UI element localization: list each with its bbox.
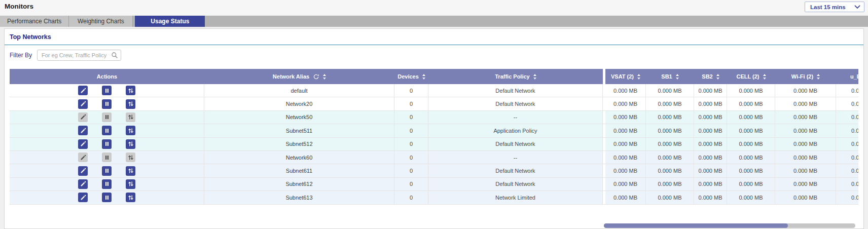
- actions-cell: [10, 97, 204, 110]
- reorder-button[interactable]: [126, 193, 135, 202]
- tab-bar: Performance ChartsWeighting ChartsUsage …: [0, 16, 868, 27]
- column-header-sb1[interactable]: SB1: [646, 69, 694, 84]
- reorder-button[interactable]: [126, 139, 135, 149]
- usage-scroll-region: 0.000 MB0.000 MB0.000 MB0.000 MB0.000 MB…: [605, 84, 858, 97]
- tab-performance-charts[interactable]: Performance Charts: [0, 16, 69, 27]
- usage-cell: 0.000 MB: [694, 191, 727, 204]
- table-body: default 0 Default Network 0.000 MB0.000 …: [10, 84, 858, 205]
- column-header-wi-fi-2-[interactable]: Wi-Fi (2): [775, 69, 836, 84]
- reorder-button[interactable]: [126, 86, 135, 95]
- pause-button[interactable]: [102, 179, 112, 189]
- refresh-icon[interactable]: [313, 73, 319, 80]
- sort-asc-icon: [817, 74, 820, 76]
- sort-asc-icon: [323, 74, 326, 76]
- traffic-policy-cell: --: [428, 151, 603, 164]
- reorder-button[interactable]: [126, 166, 135, 176]
- sort-desc-icon: [422, 78, 425, 80]
- pause-button[interactable]: [102, 86, 112, 95]
- reorder-button[interactable]: [126, 179, 135, 189]
- edit-button[interactable]: [78, 99, 88, 109]
- horizontal-scrollbar[interactable]: [604, 223, 855, 228]
- pause-button[interactable]: [102, 193, 112, 202]
- column-header-network-alias[interactable]: Network Alias: [204, 69, 394, 84]
- pause-button[interactable]: [102, 112, 112, 122]
- devices-cell: 0: [394, 138, 428, 150]
- actions-cell: [10, 111, 204, 124]
- sort-control[interactable]: [763, 74, 766, 80]
- usage-cell: 0.000 MB: [605, 97, 646, 110]
- usage-cell: 0.000 MB: [646, 178, 694, 190]
- sort-control[interactable]: [323, 74, 326, 80]
- filter-input[interactable]: [37, 50, 121, 61]
- column-header-devices[interactable]: Devices: [394, 69, 428, 84]
- scrollbar-thumb[interactable]: [604, 223, 788, 228]
- usage-cell: 0.000 MB: [694, 97, 727, 110]
- traffic-policy-cell: Default Network: [428, 164, 603, 177]
- devices-cell: 0: [394, 84, 428, 97]
- usage-cell: 0.000 MB: [646, 97, 694, 110]
- edit-button[interactable]: [78, 86, 88, 95]
- usage-cell: 0.000 MB: [836, 178, 858, 190]
- usage-cell: 0.000 MB: [727, 191, 775, 204]
- usage-cell: 0.000 MB: [605, 84, 646, 97]
- edit-button[interactable]: [78, 112, 88, 122]
- panel-title-block: Top Networks: [5, 29, 863, 45]
- column-header-cell-2-[interactable]: CELL (2): [727, 69, 775, 84]
- filter-by-label: Filter By: [10, 52, 32, 59]
- column-header-vsat-2-[interactable]: VSAT (2): [605, 69, 646, 84]
- usage-cell: 0.000 MB: [775, 97, 836, 110]
- usage-scroll-region: VSAT (2) SB1 SB2 CELL (2) Wi-Fi (2): [605, 69, 858, 84]
- edit-button[interactable]: [78, 166, 88, 176]
- pause-button[interactable]: [102, 152, 112, 162]
- pause-button[interactable]: [102, 139, 112, 149]
- usage-cell: 0.000 MB: [727, 97, 775, 110]
- tab-usage-status[interactable]: Usage Status: [135, 16, 205, 27]
- sort-control[interactable]: [422, 74, 425, 80]
- time-range-dropdown[interactable]: Last 15 mins: [805, 2, 864, 12]
- column-header-label: Actions: [97, 73, 117, 80]
- actions-cell: [10, 178, 204, 190]
- search-icon[interactable]: [111, 52, 118, 59]
- column-header-traffic-policy[interactable]: Traffic Policy: [428, 69, 603, 84]
- devices-cell: 0: [394, 111, 428, 124]
- usage-cell: 0.000 MB: [646, 191, 694, 204]
- network-alias-cell: Network20: [204, 97, 394, 110]
- sort-control[interactable]: [716, 74, 719, 80]
- reorder-button[interactable]: [126, 112, 135, 122]
- network-alias-cell: default: [204, 84, 394, 97]
- column-header-label: SB2: [702, 73, 712, 80]
- reorder-button[interactable]: [126, 126, 135, 135]
- column-header-sb2[interactable]: SB2: [694, 69, 727, 84]
- table-row: Network50 0 -- 0.000 MB0.000 MB0.000 MB0…: [10, 111, 858, 124]
- sort-control[interactable]: [676, 74, 679, 80]
- usage-cell: 0.000 MB: [605, 151, 646, 164]
- edit-button[interactable]: [78, 179, 88, 189]
- sort-control[interactable]: [817, 74, 820, 80]
- edit-button[interactable]: [78, 139, 88, 149]
- reorder-button[interactable]: [126, 99, 135, 109]
- sort-asc-icon: [533, 74, 536, 76]
- sort-desc-icon: [817, 78, 820, 80]
- sort-desc-icon: [323, 78, 326, 80]
- usage-cell: 0.000 MB: [836, 164, 858, 177]
- reorder-button[interactable]: [126, 152, 135, 162]
- edit-button[interactable]: [78, 152, 88, 162]
- sort-control[interactable]: [533, 74, 536, 80]
- pause-button[interactable]: [102, 166, 112, 176]
- table-row: Network20 0 Default Network 0.000 MB0.00…: [10, 97, 858, 110]
- pause-button[interactable]: [102, 99, 112, 109]
- sort-desc-icon: [763, 78, 766, 80]
- top-networks-table: Actions Network Alias Devices Traffic Po…: [10, 69, 858, 205]
- sort-control[interactable]: [637, 74, 640, 80]
- network-alias-cell: Subnet512: [204, 138, 394, 150]
- pause-button[interactable]: [102, 126, 112, 135]
- edit-button[interactable]: [78, 193, 88, 202]
- table-row: Network60 0 -- 0.000 MB0.000 MB0.000 MB0…: [10, 151, 858, 164]
- edit-button[interactable]: [78, 126, 88, 135]
- tab-weighting-charts[interactable]: Weighting Charts: [69, 16, 133, 27]
- sort-asc-icon: [676, 74, 679, 76]
- usage-cell: 0.000 MB: [775, 164, 836, 177]
- usage-cell: 0.000 MB: [836, 138, 858, 150]
- usage-cell: 0.000 MB: [727, 84, 775, 97]
- table-row: default 0 Default Network 0.000 MB0.000 …: [10, 84, 858, 97]
